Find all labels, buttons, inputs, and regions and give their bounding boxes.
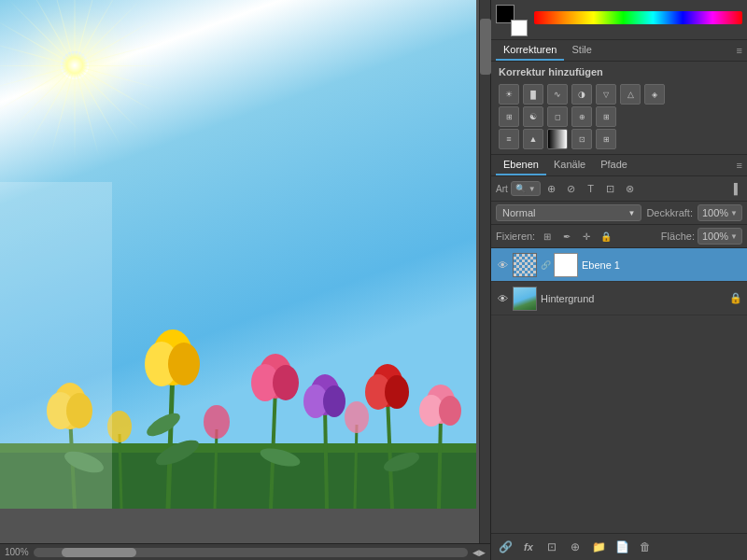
layer-item-hintergrund[interactable]: 👁 Hintergrund 🔒 bbox=[491, 282, 747, 315]
korrektur-title: Korrektur hinzufügen bbox=[491, 62, 747, 82]
canvas-nav-right[interactable]: ▶ bbox=[479, 548, 486, 557]
korrektur-icons-grid: ☀ ▐▌ ∿ ◑ ▽ △ ◈ ⊞ ☯ ◻ ⊕ ⊞ ≡ bbox=[491, 82, 747, 154]
new-group-icon[interactable]: 📁 bbox=[589, 538, 608, 556]
selective-color-icon[interactable]: ⊡ bbox=[571, 129, 592, 149]
sun-core bbox=[61, 51, 89, 79]
adjustment-layer-icon[interactable]: ⊕ bbox=[566, 538, 585, 556]
color-lookup-icon[interactable]: ⊞ bbox=[596, 106, 616, 127]
fix-paint-icon[interactable]: ✒ bbox=[559, 229, 574, 244]
sun bbox=[47, 37, 103, 93]
art-dropdown-arrow: ▼ bbox=[529, 185, 536, 193]
ebenen-panel: Ebenen Kanäle Pfade ≡ Art 🔍 ▼ ⊕ ⊘ T ⊡ ⊗ … bbox=[491, 155, 747, 560]
deckkraft-value: 100% bbox=[702, 207, 728, 218]
layer-lock-hintergrund: 🔒 bbox=[729, 292, 742, 304]
background-color[interactable] bbox=[511, 20, 528, 36]
levels-icon[interactable]: ▐▌ bbox=[523, 84, 543, 105]
foreground-background-swatches[interactable] bbox=[496, 5, 522, 31]
korrektur-row-3: ≡ ▲ ⊡ ⊞ bbox=[499, 129, 740, 149]
tab-ebenen[interactable]: Ebenen bbox=[496, 155, 546, 175]
svg-line-31 bbox=[355, 425, 357, 509]
art-dropdown[interactable]: 🔍 ▼ bbox=[511, 181, 541, 196]
blend-mode-value: Normal bbox=[502, 207, 535, 218]
photofilter-icon[interactable]: ◻ bbox=[547, 106, 568, 127]
layer-name-hintergrund: Hintergrund bbox=[541, 293, 726, 304]
color-swatches-row bbox=[496, 5, 742, 31]
new-layer-from-visible-icon[interactable]: ⊕ bbox=[543, 180, 560, 197]
layer-mask-ebene1 bbox=[554, 253, 578, 277]
svg-line-15 bbox=[325, 406, 327, 509]
canvas-container[interactable] bbox=[0, 0, 479, 543]
brightness-contrast-icon[interactable]: ☀ bbox=[499, 84, 519, 105]
grid-icon[interactable]: ⊞ bbox=[596, 129, 616, 149]
main-layout: 100% ◀ ▶ Korrekturen Stile ≡ bbox=[0, 0, 747, 560]
canvas-scrollbar-vertical[interactable] bbox=[479, 0, 490, 543]
svg-line-29 bbox=[215, 429, 217, 509]
hsl-icon[interactable]: △ bbox=[620, 84, 641, 105]
flaeche-input[interactable]: 100% ▼ bbox=[698, 228, 742, 245]
layer-mask-icon[interactable]: ⊘ bbox=[563, 180, 580, 197]
delete-layer-icon[interactable]: 🗑 bbox=[636, 538, 655, 556]
flaeche-value: 100% bbox=[702, 231, 728, 242]
layer-name-ebene1: Ebene 1 bbox=[582, 259, 742, 271]
tab-pfade[interactable]: Pfade bbox=[593, 155, 635, 175]
link-layers-icon[interactable]: 🔗 bbox=[496, 538, 514, 556]
korrekturen-panel: Korrekturen Stile ≡ Korrektur hinzufügen… bbox=[491, 40, 747, 155]
fx-icon[interactable]: fx bbox=[519, 538, 538, 556]
deckkraft-arrow: ▼ bbox=[730, 209, 738, 217]
fix-all-icon[interactable]: 🔒 bbox=[599, 229, 613, 244]
korrekturen-menu-icon[interactable]: ≡ bbox=[737, 45, 742, 56]
right-panel: Korrekturen Stile ≡ Korrektur hinzufügen… bbox=[490, 0, 747, 560]
gradient-map-icon[interactable] bbox=[547, 129, 568, 149]
color-balance-icon[interactable]: ⊞ bbox=[499, 106, 519, 127]
svg-point-10 bbox=[144, 409, 184, 441]
fix-transparent-icon[interactable]: ⊞ bbox=[540, 229, 555, 244]
exposure-icon[interactable]: ◑ bbox=[571, 84, 592, 105]
svg-point-30 bbox=[204, 405, 230, 439]
tab-stile[interactable]: Stile bbox=[564, 40, 599, 61]
search-icon: 🔍 bbox=[515, 184, 526, 193]
layer-link-ebene1[interactable]: 🔗 bbox=[541, 259, 550, 272]
canvas-zoom: 100% bbox=[5, 547, 29, 557]
korrektur-row-2: ⊞ ☯ ◻ ⊕ ⊞ bbox=[499, 106, 740, 127]
canvas-scrollbar-horizontal[interactable] bbox=[34, 548, 468, 557]
canvas-area: 100% ◀ ▶ bbox=[0, 0, 490, 560]
tab-kanaele[interactable]: Kanäle bbox=[546, 155, 593, 175]
flaeche-section: Fläche: 100% ▼ bbox=[661, 228, 742, 245]
canvas-bottom-bar: 100% ◀ ▶ bbox=[0, 543, 490, 560]
layers-bottom-toolbar: 🔗 fx ⊡ ⊕ 📁 📄 🗑 bbox=[491, 533, 747, 560]
svg-point-22 bbox=[385, 375, 409, 409]
canvas-scroll-thumb-vertical bbox=[480, 19, 491, 75]
svg-line-27 bbox=[120, 434, 121, 509]
text-icon[interactable]: T bbox=[583, 180, 599, 197]
deckkraft-label: Deckkraft: bbox=[646, 207, 693, 218]
blend-mode-dropdown[interactable]: Normal ▼ bbox=[496, 204, 641, 221]
ebenen-toolbar: Art 🔍 ▼ ⊕ ⊘ T ⊡ ⊗ ▐ bbox=[491, 176, 747, 202]
black-white-icon[interactable]: ☯ bbox=[523, 106, 543, 127]
new-layer-icon[interactable]: 📄 bbox=[613, 538, 631, 556]
channel-mixer-icon[interactable]: ⊕ bbox=[571, 106, 592, 127]
ebenen-menu-icon[interactable]: ≡ bbox=[737, 160, 742, 171]
tab-korrekturen[interactable]: Korrekturen bbox=[496, 40, 564, 61]
svg-rect-37 bbox=[0, 182, 112, 509]
canvas-nav-left[interactable]: ◀ bbox=[472, 548, 479, 557]
layer-item-ebene1[interactable]: 👁 🔗 Ebene 1 bbox=[491, 248, 747, 282]
color-gradient-bar[interactable] bbox=[534, 11, 742, 24]
canvas-scroll-thumb-horizontal bbox=[62, 548, 136, 557]
layers-list[interactable]: 👁 🔗 Ebene 1 👁 Hintergrund 🔒 bbox=[491, 248, 747, 533]
layer-visibility-ebene1[interactable]: 👁 bbox=[496, 259, 509, 272]
threshold-icon[interactable]: ▲ bbox=[523, 129, 543, 149]
layer-visibility-hintergrund[interactable]: 👁 bbox=[496, 292, 509, 305]
curves-icon[interactable]: ∿ bbox=[547, 84, 568, 105]
posterize-icon[interactable]: ≡ bbox=[499, 129, 519, 149]
transform-icon[interactable]: ⊡ bbox=[602, 180, 619, 197]
fixieren-row: Fixieren: ⊞ ✒ ✛ 🔒 Fläche: 100% ▼ bbox=[491, 225, 747, 248]
add-mask-icon[interactable]: ⊡ bbox=[543, 538, 561, 556]
layer-effects-icon[interactable]: ⊗ bbox=[622, 180, 639, 197]
vibrance-icon[interactable]: ▽ bbox=[596, 84, 616, 105]
panel-options-icon[interactable]: ▐ bbox=[726, 180, 742, 197]
svg-point-32 bbox=[345, 401, 369, 433]
svg-point-18 bbox=[323, 385, 345, 417]
invert-icon[interactable]: ◈ bbox=[644, 84, 665, 105]
deckkraft-input[interactable]: 100% ▼ bbox=[698, 204, 742, 221]
fix-move-icon[interactable]: ✛ bbox=[579, 229, 594, 244]
